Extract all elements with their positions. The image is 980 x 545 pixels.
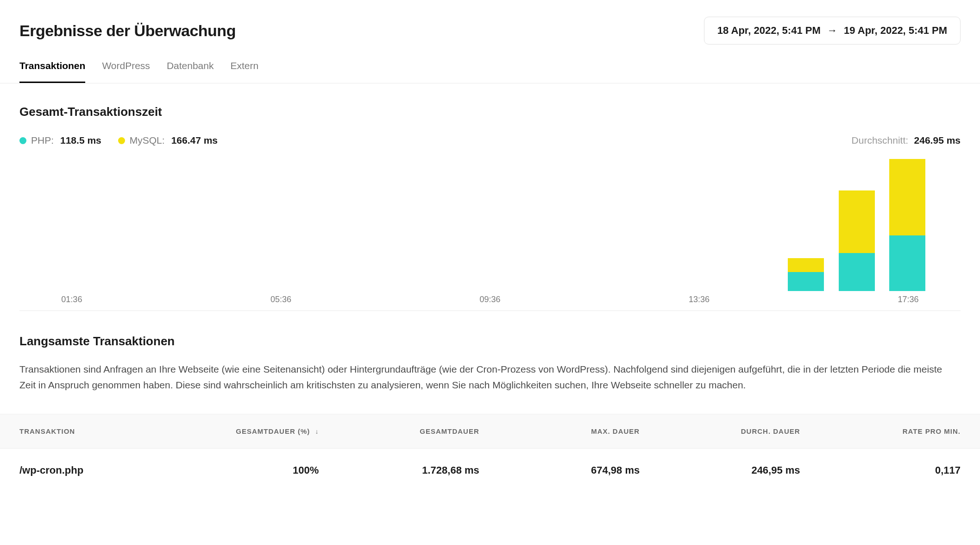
avg-value: 246.95 ms [914, 135, 961, 146]
dot-icon [19, 137, 26, 144]
chart-bar-slot [831, 152, 882, 291]
chart-bar[interactable] [839, 190, 875, 292]
chart-bar-slot [324, 152, 375, 291]
cell-durch-dauer: 246,95 ms [640, 464, 800, 476]
chart-bar-slot [578, 152, 628, 291]
th-durch-dauer[interactable]: Durch. Dauer [640, 427, 800, 435]
chart-bar-slot [172, 152, 223, 291]
legend-item-mysql: MySQL: 166.47 ms [118, 135, 218, 146]
cell-max-dauer: 674,98 ms [479, 464, 640, 476]
date-from: 18 Apr, 2022, 5:41 PM [717, 25, 821, 36]
avg-label: Durchschnitt: [852, 135, 909, 146]
chart-title: Gesamt-Transaktionszeit [19, 105, 961, 119]
x-axis-label: 13:36 [689, 295, 710, 304]
chart-bar-slot [780, 152, 831, 291]
date-to: 19 Apr, 2022, 5:41 PM [844, 25, 947, 36]
chart-bar-slot [375, 152, 426, 291]
slowest-transactions-table: Transaktion Gesamtdauer (%) ↓ Gesamtdaue… [0, 414, 980, 492]
cell-rate-pro-min: 0,117 [800, 464, 961, 476]
bar-segment-php [889, 235, 925, 291]
chart-bar-slot [222, 152, 273, 291]
page-title: Ergebnisse der Überwachung [19, 22, 236, 40]
cell-gesamtdauer-pct: 100% [158, 464, 319, 476]
arrow-right-icon: → [827, 25, 837, 36]
bar-segment-mysql [788, 258, 824, 272]
date-range-picker[interactable]: 18 Apr, 2022, 5:41 PM → 19 Apr, 2022, 5:… [704, 17, 961, 44]
tab-extern[interactable]: Extern [230, 60, 258, 83]
chart-bar-slot [121, 152, 172, 291]
tab-wordpress[interactable]: WordPress [102, 60, 150, 83]
chart-bar-slot [628, 152, 679, 291]
slowest-description: Transaktionen sind Anfragen an Ihre Webs… [19, 361, 946, 393]
bar-segment-mysql [839, 190, 875, 253]
chart-bar-slot [273, 152, 324, 291]
tabs: Transaktionen WordPress Datenbank Extern [0, 44, 980, 83]
cell-gesamtdauer: 1.728,68 ms [319, 464, 479, 476]
chart-bar-slot [730, 152, 781, 291]
transactions-chart: 01:3605:3609:3613:3617:36 [19, 153, 961, 311]
th-gesamtdauer-pct[interactable]: Gesamtdauer (%) ↓ [158, 427, 319, 435]
x-axis-label: 05:36 [270, 295, 291, 304]
bar-segment-php [839, 253, 875, 292]
chart-bar-slot [19, 152, 70, 291]
chart-bar-slot [70, 152, 121, 291]
bar-segment-php [788, 272, 824, 291]
chart-bar-slot [527, 152, 578, 291]
tab-transaktionen[interactable]: Transaktionen [19, 60, 85, 83]
chart-bar-slot [679, 152, 730, 291]
tab-datenbank[interactable]: Datenbank [167, 60, 214, 83]
bar-segment-mysql [889, 159, 925, 235]
th-max-dauer[interactable]: Max. Dauer [479, 427, 640, 435]
chart-bar-slot [476, 152, 527, 291]
x-axis-label: 17:36 [898, 295, 919, 304]
chart-bar[interactable] [788, 258, 824, 291]
cell-transaktion[interactable]: /wp-cron.php [19, 464, 158, 476]
sort-down-icon: ↓ [315, 428, 319, 435]
chart-bar[interactable] [889, 159, 925, 291]
x-axis-label: 01:36 [61, 295, 82, 304]
th-gesamtdauer[interactable]: Gesamtdauer [319, 427, 479, 435]
th-transaktion[interactable]: Transaktion [19, 427, 158, 435]
slowest-title: Langsamste Transaktionen [19, 334, 961, 349]
chart-bar-slot [882, 152, 933, 291]
legend-mysql-label: MySQL: [130, 135, 165, 146]
legend-php-label: PHP: [31, 135, 54, 146]
chart-bar-slot [426, 152, 477, 291]
dot-icon [118, 137, 125, 144]
legend-average: Durchschnitt: 246.95 ms [852, 135, 961, 146]
x-axis-label: 09:36 [479, 295, 500, 304]
legend-php-value: 118.5 ms [60, 135, 101, 146]
legend-mysql-value: 166.47 ms [171, 135, 218, 146]
table-row[interactable]: /wp-cron.php 100% 1.728,68 ms 674,98 ms … [0, 449, 980, 492]
th-rate-pro-min[interactable]: Rate pro Min. [800, 427, 961, 435]
th-gesamtdauer-pct-label: Gesamtdauer (%) [236, 427, 310, 435]
table-header-row: Transaktion Gesamtdauer (%) ↓ Gesamtdaue… [0, 414, 980, 449]
legend-item-php: PHP: 118.5 ms [19, 135, 101, 146]
